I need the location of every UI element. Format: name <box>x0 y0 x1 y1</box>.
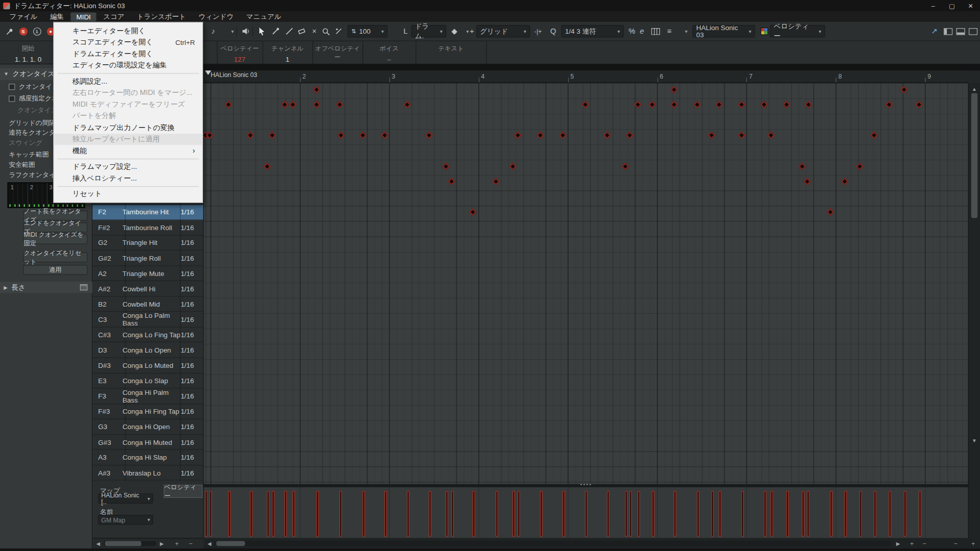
drum-list-row[interactable]: A3Conga Hi Slap1/16 <box>92 450 203 465</box>
chevron-down-icon[interactable]: ▾ <box>223 25 234 37</box>
drum-note[interactable] <box>513 132 522 140</box>
velocity-bar[interactable] <box>638 491 640 536</box>
drum-quantize[interactable]: 1/16 <box>181 346 203 354</box>
drum-quantize[interactable]: 1/16 <box>181 300 203 308</box>
drum-list-row[interactable]: B2Cowbell Mid1/16 <box>92 296 203 312</box>
drum-quantize[interactable]: 1/16 <box>181 285 203 292</box>
drum-note[interactable] <box>492 178 500 186</box>
drum-quantize[interactable]: 1/16 <box>181 377 203 385</box>
inspector-button-3[interactable]: クオンタイズをリセット <box>23 253 87 263</box>
info-field-0[interactable]: 開始1. 1. 1. 0 <box>0 44 56 63</box>
vertical-scrollbar[interactable]: ▲ ▼ <box>968 83 980 538</box>
drum-quantize[interactable]: 1/16 <box>181 316 203 323</box>
drum-note[interactable] <box>885 101 893 109</box>
mute-tool[interactable]: × <box>309 25 320 37</box>
drum-quantize[interactable]: 1/16 <box>181 392 203 400</box>
drum-note[interactable] <box>670 101 678 109</box>
left-zone-icon[interactable] <box>943 25 954 37</box>
drum-note[interactable] <box>558 132 567 140</box>
drum-note[interactable] <box>840 178 848 186</box>
speaker-icon[interactable] <box>240 25 251 37</box>
velocity-bar[interactable] <box>496 491 498 536</box>
hscrollbar-thumb[interactable] <box>216 541 245 546</box>
drum-note[interactable] <box>915 101 923 109</box>
zoom-in-icon[interactable]: + <box>173 539 181 548</box>
info-field-value[interactable]: – <box>362 56 415 63</box>
velocity-lane[interactable] <box>204 487 968 538</box>
close-button[interactable]: ✕ <box>961 0 980 11</box>
drum-list-row[interactable]: D#3Conga Lo Muted1/16 <box>92 358 203 373</box>
zoom-in-icon[interactable]: + <box>908 539 916 548</box>
hscrollbar-track[interactable] <box>215 541 891 546</box>
velocity-bar[interactable] <box>250 491 253 536</box>
drum-list-row[interactable]: E3Conga Lo Slap1/16 <box>92 373 203 389</box>
drum-list-row[interactable]: A2Triangle Mute1/16 <box>92 266 203 281</box>
map-select[interactable]: HALion Sonic [.. ▾ <box>98 493 153 504</box>
menubar-item-ウィンドウ[interactable]: ウィンドウ <box>193 11 239 22</box>
drumstick-tool[interactable] <box>270 25 281 37</box>
velocity-bar[interactable] <box>384 491 387 536</box>
stepper-icon[interactable]: ⇅ <box>351 28 356 34</box>
velocity-bar[interactable] <box>830 491 832 536</box>
info-field-value[interactable]: 1. 1. 1. 0 <box>0 56 56 63</box>
velocity-bar[interactable] <box>292 491 295 536</box>
drum-note[interactable] <box>625 132 633 140</box>
l-mode-button[interactable]: L <box>400 25 411 37</box>
drum-quantize[interactable]: 1/16 <box>181 254 203 262</box>
velocity-bar[interactable] <box>741 491 744 536</box>
menubar-item-マニュアル[interactable]: マニュアル <box>240 11 287 22</box>
part-select[interactable]: HALion Sonic 03 ▾ <box>693 25 755 37</box>
drum-list-row[interactable]: A#3Vibraslap Lo1/16 <box>92 465 203 481</box>
scroll-down-icon[interactable]: ▼ <box>970 436 978 445</box>
zoom-out-icon[interactable]: − <box>186 539 195 548</box>
drum-note[interactable] <box>280 101 288 109</box>
velocity-bar[interactable] <box>518 491 520 536</box>
drum-list-row[interactable]: F#2Tambourine Roll1/16 <box>92 220 203 235</box>
velocity-bar[interactable] <box>446 491 448 536</box>
hzoom-out-icon[interactable]: − <box>951 539 960 548</box>
drum-note[interactable] <box>380 132 388 140</box>
drum-note[interactable] <box>442 162 450 170</box>
drum-mode-select[interactable]: ドラム. ▾ <box>411 25 447 37</box>
velocity-bar[interactable] <box>625 491 627 536</box>
velocity-bar[interactable] <box>889 491 891 536</box>
name-select[interactable]: GM Map ▾ <box>98 515 153 525</box>
length-section-header[interactable]: ▶ 長さ <box>0 282 92 293</box>
drum-note[interactable] <box>508 162 517 170</box>
velocity-bar[interactable] <box>209 491 212 536</box>
color-mode-select[interactable]: ベロシティー ▾ <box>770 25 825 37</box>
drum-note[interactable] <box>312 101 321 109</box>
drum-note[interactable] <box>425 132 433 140</box>
velocity-bar[interactable] <box>807 491 810 536</box>
velocity-bar[interactable] <box>540 491 543 536</box>
drum-quantize[interactable]: 1/16 <box>181 454 203 461</box>
scroll-right-icon[interactable]: ▶ <box>894 539 902 548</box>
drum-quantize[interactable]: 1/16 <box>181 208 203 216</box>
velocity-bar[interactable] <box>562 491 565 536</box>
drum-list-row[interactable]: G#2Triangle Roll1/16 <box>92 251 203 266</box>
horizontal-scrollbar[interactable]: ◀ ▶ + − − + <box>204 539 980 549</box>
velocity-bar[interactable] <box>429 491 431 536</box>
drum-note[interactable] <box>693 101 701 109</box>
drum-quantize[interactable]: 1/16 <box>181 423 203 431</box>
inspector-button-4[interactable]: 適用 <box>23 265 87 275</box>
menubar-item-MIDI[interactable]: MIDI <box>70 12 96 21</box>
velocity-bar[interactable] <box>272 491 275 536</box>
velocity-bar[interactable] <box>607 491 609 536</box>
line-tool[interactable] <box>284 25 295 37</box>
velocity-bar[interactable] <box>451 491 454 536</box>
drum-list-row[interactable]: C3Conga Lo Palm Bass1/16 <box>92 312 203 327</box>
menu-item-14[interactable]: 挿入ベロシティー... <box>54 172 202 184</box>
drum-quantize[interactable]: 1/16 <box>181 269 203 277</box>
drum-note[interactable] <box>246 132 254 140</box>
drum-list-row[interactable]: F#3Conga Hi Fing Tap1/16 <box>92 404 203 419</box>
glue-tool[interactable] <box>333 25 345 37</box>
velocity-bar[interactable] <box>874 491 876 536</box>
drum-note[interactable] <box>737 132 745 140</box>
midi-input-icon[interactable]: ≡ <box>664 25 675 37</box>
info-field-value[interactable]: 127 <box>217 56 262 63</box>
velocity-bar[interactable] <box>652 491 654 536</box>
checkbox[interactable] <box>9 95 15 102</box>
pin-icon[interactable] <box>4 25 15 37</box>
velocity-bar[interactable] <box>284 491 287 536</box>
